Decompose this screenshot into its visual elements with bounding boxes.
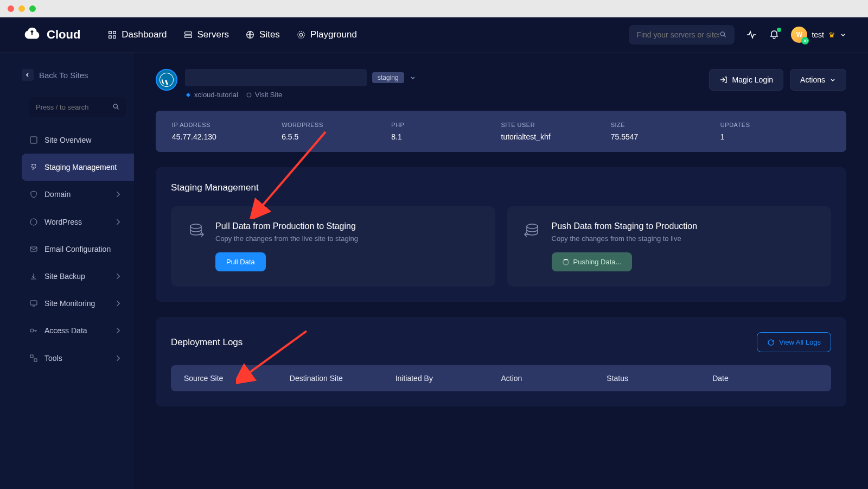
svg-point-15 [247,93,251,97]
svg-rect-12 [30,355,33,358]
view-all-logs-button[interactable]: View All Logs [757,332,831,352]
svg-point-17 [527,224,538,228]
push-data-card: Push Data from Staging to Production Cop… [507,206,832,287]
logs-table-header: Source Site Destination Site Initiated B… [171,365,831,391]
activity-button[interactable] [745,29,757,41]
svg-rect-1 [184,35,192,38]
nav-playground[interactable]: Playground [296,29,357,40]
svg-rect-10 [30,301,37,305]
wordpress-logo-icon [156,69,177,91]
svg-point-5 [720,32,724,36]
window-titlebar [0,0,868,17]
stat-wp-label: WORDPRESS [282,122,391,128]
stat-php-value: 8.1 [391,132,501,141]
close-window-button[interactable] [8,5,14,12]
staging-badge[interactable]: staging [372,72,404,83]
stat-updates-value: 1 [720,132,830,141]
push-card-desc: Copy the changes from the staging to liv… [552,234,698,243]
stat-user-label: SITE USER [501,122,611,128]
col-source: Source Site [184,374,290,383]
sidebar-item-domain[interactable]: Domain [22,181,134,208]
brand-logo[interactable]: Cloud [22,24,80,45]
nav-sites[interactable]: Sites [245,29,280,40]
notifications-button[interactable] [768,29,780,41]
pushing-data-button: Pushing Data... [552,252,633,271]
monitoring-icon [29,299,38,308]
deployment-logs-panel: Deployment Logs View All Logs Source Sit… [156,317,846,407]
sidebar-item-email[interactable]: Email Configuration [22,236,134,263]
chevron-right-icon [113,272,122,281]
chevron-right-icon [113,299,122,308]
svg-point-3 [299,33,302,36]
stat-user-value: tutorialtest_khf [501,132,611,141]
user-name: test [812,30,824,39]
nav-servers[interactable]: Servers [183,29,229,40]
global-search[interactable] [629,25,735,45]
sidebar-item-backup[interactable]: Site Backup [22,263,134,290]
stat-ip-label: IP ADDRESS [172,122,282,128]
visit-site-link[interactable]: Visit Site [246,91,282,99]
sidebar-search-input[interactable] [36,103,112,111]
svg-point-8 [30,219,37,225]
refresh-icon [767,339,775,346]
sidebar-item-tools[interactable]: Tools [22,345,134,372]
svg-point-11 [30,329,34,332]
brand-name: Cloud [47,28,80,42]
dashboard-icon [107,30,117,40]
nav-dashboard[interactable]: Dashboard [107,29,167,40]
maximize-window-button[interactable] [29,5,36,12]
stat-updates-label: UPDATES [720,122,830,128]
stat-ip-value: 45.77.42.130 [172,132,282,141]
svg-point-16 [190,224,201,228]
minimize-window-button[interactable] [18,5,25,12]
sidebar-item-wordpress[interactable]: WordPress [22,208,134,236]
site-name-field[interactable] [185,69,367,86]
svg-rect-0 [184,32,192,35]
push-card-title: Push Data from Staging to Production [552,221,698,231]
chevron-right-icon [113,326,122,335]
chevron-down-icon [829,77,836,83]
pull-card-title: Pull Data from Production to Staging [215,221,358,231]
search-input[interactable] [636,30,719,39]
playground-icon [296,30,306,40]
magic-login-button[interactable]: Magic Login [709,69,784,91]
logs-panel-title: Deployment Logs [171,337,242,348]
actions-button[interactable]: Actions [790,69,846,91]
stat-php-label: PHP [391,122,501,128]
stat-size-label: SIZE [611,122,720,128]
pull-card-desc: Copy the changes from the live site to s… [215,234,358,243]
svg-point-4 [298,31,305,39]
search-icon [719,30,727,39]
chevron-down-icon [840,31,846,38]
col-status: Status [607,374,712,383]
user-avatar: WJD [791,27,807,43]
site-stats-bar: IP ADDRESS45.77.42.130 WORDPRESS6.5.5 PH… [156,111,846,152]
sidebar-search[interactable] [29,97,126,117]
pull-data-card: Pull Data from Production to Staging Cop… [171,206,495,287]
stat-wp-value: 6.5.5 [282,132,391,141]
col-initiated: Initiated By [395,374,501,383]
main-content: staging xcloud-tutorial Visit Site Magic… [134,53,868,489]
svg-rect-9 [30,247,37,251]
stat-size-value: 75.5547 [611,132,720,141]
sidebar-item-monitoring[interactable]: Site Monitoring [22,290,134,317]
pull-data-button[interactable]: Pull Data [215,252,266,271]
sidebar-item-access[interactable]: Access Data [22,317,134,344]
sidebar: Back To Sites Site Overview Staging Mana… [0,53,134,489]
chevron-right-icon [113,190,122,199]
notification-indicator [777,28,781,32]
chevron-left-icon [25,72,30,78]
crown-icon: ♛ [828,30,835,39]
cloud-logo-icon [22,24,42,45]
site-tutorial-tag[interactable]: xcloud-tutorial [185,91,238,99]
svg-rect-13 [34,359,37,361]
sidebar-item-overview[interactable]: Site Overview [22,126,134,154]
wordpress-icon [29,218,38,226]
back-to-sites-link[interactable]: Back To Sites [22,63,134,92]
top-navigation: Cloud Dashboard Servers Sites Playground [0,17,868,53]
sidebar-item-staging[interactable]: Staging Management [22,154,134,181]
chevron-down-icon[interactable] [410,74,416,81]
user-menu[interactable]: WJD test ♛ [791,27,846,43]
database-push-icon [522,221,542,241]
chevron-right-icon [113,218,122,226]
